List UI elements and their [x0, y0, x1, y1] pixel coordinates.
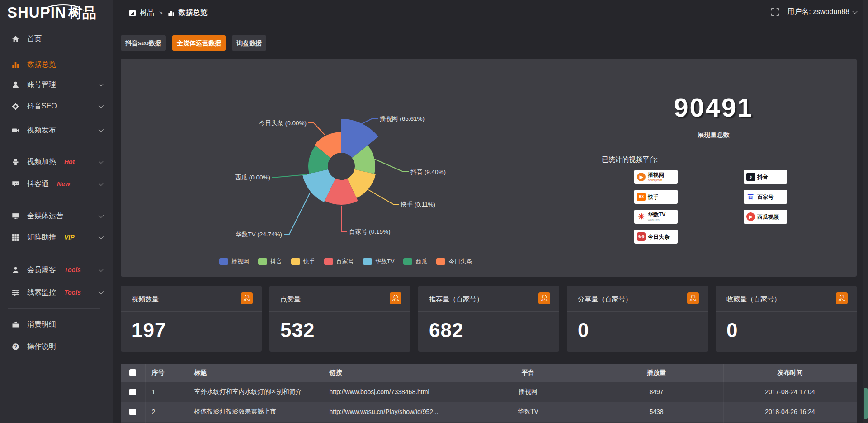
sidebar-item-数据总览[interactable]: 数据总览 — [0, 56, 113, 74]
user-icon — [12, 81, 21, 89]
stat-card-title: 推荐量（百家号） — [429, 295, 483, 304]
row-checkbox[interactable] — [129, 409, 136, 415]
legend-item-快手[interactable]: 快手 — [291, 258, 315, 266]
sidebar-divider — [8, 145, 100, 145]
sidebar-item-全媒体运营[interactable]: 全媒体运营 — [0, 207, 113, 225]
chevron-down-icon — [99, 213, 104, 218]
tab-全媒体运营数据[interactable]: 全媒体运营数据 — [172, 35, 226, 51]
tab-抖音seo数据[interactable]: 抖音seo数据 — [121, 35, 166, 51]
header-cell-checkbox — [121, 364, 145, 382]
baijiahao-logo-icon: 百 — [746, 193, 755, 201]
pie-label-抖音: 抖音 (9.40%) — [410, 169, 446, 175]
platforms-title: 已统计的视频平台: — [602, 155, 658, 164]
cell-link[interactable]: http://www.wasu.cn/Play/show/id/952... — [323, 402, 467, 422]
cell-link[interactable]: http://www.boosj.com/7338468.html — [323, 382, 467, 402]
sidebar-item-label: 全媒体运营 — [27, 212, 63, 221]
header-cell-序号: 序号 — [145, 364, 188, 382]
stat-card-total-badge[interactable]: 总 — [538, 292, 550, 304]
page-scrollbar[interactable] — [863, 0, 868, 423]
platform-badges-left: ▶播视网boosj.com88快手✳华数TVwasu.cn头条今日头条 — [634, 170, 678, 244]
sidebar-item-抖客通[interactable]: 抖客通New — [0, 175, 113, 193]
sidebar-item-首页[interactable]: 首页 — [0, 30, 113, 48]
legend-item-抖音[interactable]: 抖音 — [258, 258, 282, 266]
sidebar-tag-new: New — [57, 180, 70, 188]
fullscreen-icon[interactable] — [771, 8, 779, 16]
sidebar-item-线索监控[interactable]: 线索监控Tools — [0, 283, 113, 301]
select-all-checkbox[interactable] — [129, 369, 136, 376]
legend-swatch — [403, 258, 412, 265]
legend-item-华数TV[interactable]: 华数TV — [363, 258, 395, 266]
stat-card-value: 197 — [132, 319, 166, 342]
legend-item-西瓜[interactable]: 西瓜 — [403, 258, 427, 266]
cell-index: 1 — [145, 382, 188, 402]
legend-swatch — [258, 258, 267, 265]
pie-label-line-华数TV — [284, 193, 310, 234]
sidebar-item-视频发布[interactable]: 视频发布 — [0, 121, 113, 139]
sidebar-item-抖音SEO[interactable]: 抖音SEO — [0, 97, 113, 115]
platform-name: 播视网 — [648, 172, 664, 178]
sidebar-item-操作说明[interactable]: ?操作说明 — [0, 338, 113, 356]
xigua-logo-icon: ▶ — [746, 212, 755, 221]
legend-label: 华数TV — [375, 258, 395, 266]
topbar: 树品 > 数据总览 用户名: zswodun88 — [113, 0, 868, 33]
legend-item-百家号[interactable]: 百家号 — [324, 258, 354, 266]
app-logo: SHUPIN树品 — [7, 4, 96, 24]
sidebar-item-矩阵助推[interactable]: 矩阵助推VIP — [0, 228, 113, 246]
topbar-divider — [121, 33, 857, 33]
legend-item-今日头条[interactable]: 今日头条 — [436, 258, 472, 266]
table-body: 1室外水纹灯和室内水纹灯的区别和简介http://www.boosj.com/7… — [121, 382, 857, 423]
breadcrumb-root[interactable]: 树品 — [140, 8, 154, 18]
platform-badges-right: ♪抖音百百家号▶西瓜视频 — [744, 170, 787, 224]
breadcrumb-separator: > — [159, 9, 163, 16]
chevron-down-icon — [99, 267, 104, 272]
platform-badge-百家号: 百百家号 — [744, 190, 787, 204]
pie-label-line-西瓜 — [272, 174, 307, 177]
pie-label-西瓜: 西瓜 (0.00%) — [235, 174, 270, 181]
cell-index: 2 — [145, 402, 188, 422]
legend-item-播视网[interactable]: 播视网 — [219, 258, 249, 266]
chevron-down-icon — [99, 181, 104, 186]
sidebar-item-账号管理[interactable]: 账号管理 — [0, 75, 113, 94]
rose-pie-chart[interactable]: 播视网 (65.61%)抖音 (9.40%)快手 (0.11%)百家号 (0.1… — [121, 59, 571, 277]
pie-label-line-今日头条 — [308, 123, 325, 135]
stat-card-分享量（百家号）: 分享量（百家号）总0 — [567, 286, 708, 352]
stat-card-total-badge[interactable]: 总 — [687, 292, 699, 304]
platform-name: 快手 — [648, 194, 659, 200]
cell-title[interactable]: 楼体投影灯投影效果震撼上市 — [188, 402, 323, 422]
stat-card-视频数量: 视频数量总197 — [121, 286, 262, 352]
sidebar-item-会员爆客[interactable]: 会员爆客Tools — [0, 261, 113, 279]
app-root: 树品 > 数据总览 用户名: zswodun88 SHUPIN树品 首页数据总览… — [0, 0, 868, 423]
chart-legend: 播视网抖音快手百家号华数TV西瓜今日头条 — [121, 258, 571, 266]
chevron-down-icon — [99, 234, 104, 239]
platform-subtext: boosj.com — [648, 179, 664, 182]
legend-label: 抖音 — [270, 258, 282, 266]
sliders-icon — [12, 289, 21, 296]
tab-询盘数据[interactable]: 询盘数据 — [232, 35, 266, 51]
pie-label-line-百家号 — [342, 206, 347, 231]
sidebar-item-label: 首页 — [27, 34, 42, 44]
pie-label-百家号: 百家号 (0.15%) — [349, 228, 391, 235]
stat-card-header: 视频数量总 — [121, 286, 262, 312]
stat-card-total-badge[interactable]: 总 — [836, 292, 848, 304]
sidebar-item-视频加热[interactable]: 视频加热Hot — [0, 153, 113, 171]
pie-label-line-快手 — [368, 190, 399, 204]
stat-card-title: 分享量（百家号） — [578, 295, 632, 304]
stat-card-total-badge[interactable]: 总 — [390, 292, 401, 304]
user-menu[interactable]: 用户名: zswodun88 — [787, 7, 856, 17]
legend-label: 播视网 — [231, 258, 249, 266]
sidebar-item-消费明细[interactable]: 消费明细 — [0, 315, 113, 334]
platform-badge-抖音: ♪抖音 — [744, 170, 787, 184]
cell-plays: 8497 — [590, 382, 723, 402]
chevron-down-icon — [99, 103, 104, 108]
platform-name: 抖音 — [757, 174, 768, 180]
stat-card-title: 视频数量 — [132, 295, 159, 304]
stat-card-total-badge[interactable]: 总 — [241, 292, 253, 304]
platform-name: 百家号 — [757, 194, 774, 200]
header-cell-标题: 标题 — [188, 364, 323, 382]
platform-subtext: wasu.cn — [648, 218, 665, 221]
row-checkbox[interactable] — [129, 389, 136, 395]
table-header: 序号标题链接平台播放量发布时间 — [121, 364, 857, 382]
cell-title[interactable]: 室外水纹灯和室内水纹灯的区别和简介 — [188, 382, 323, 402]
scrollbar-thumb[interactable] — [864, 388, 868, 419]
stat-card-推荐量（百家号）: 推荐量（百家号）总682 — [418, 286, 559, 352]
